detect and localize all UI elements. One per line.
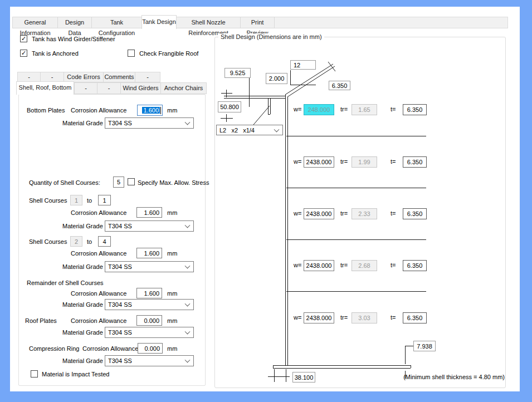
- remainder-ca-input[interactable]: 1.600: [136, 288, 162, 298]
- subtab-dash-3[interactable]: -: [135, 72, 160, 82]
- wind-girder-label: Tank has Wind Girder/Stiffener: [32, 36, 115, 43]
- range2-ca-unit: mm: [167, 250, 177, 257]
- course-2-width-input[interactable]: 2438.000: [304, 156, 334, 168]
- roof-ca-label: Corrosion Allowance: [71, 317, 126, 325]
- range2-label: Shell Courses: [29, 238, 67, 246]
- range2-mat-label: Material Grade: [62, 263, 103, 271]
- subtab-comments[interactable]: Comments: [103, 72, 135, 82]
- range2-material-select[interactable]: T304 SS: [105, 261, 194, 272]
- range1-ca-input[interactable]: 1.600: [136, 207, 162, 218]
- course-4-tr-field: 2.68: [352, 260, 377, 271]
- tab-print-preview[interactable]: Print Preview: [240, 17, 275, 28]
- range1-material-select[interactable]: T304 SS: [105, 220, 194, 232]
- top-angle-height-dim: 50.800: [218, 101, 241, 112]
- stress-checkbox[interactable]: [128, 178, 135, 185]
- tab-general-information[interactable]: General Information: [12, 17, 58, 28]
- tab-tank-configuration[interactable]: Tank Configuration: [91, 17, 142, 28]
- compression-ring-ca-label: Corrosion Allowance: [82, 345, 138, 352]
- course-2-tr-field: 1.99: [352, 156, 377, 168]
- t-label: t=: [391, 314, 396, 321]
- angle-size-value: L2 x2 x1/4: [219, 127, 255, 134]
- t-label: t=: [391, 210, 396, 217]
- subtab-wind-girders[interactable]: Wind Girders: [120, 82, 161, 94]
- range1-to-input[interactable]: 1: [98, 195, 111, 205]
- tr-label: tr=: [340, 210, 348, 217]
- chevron-down-icon: [274, 126, 280, 132]
- selected-text: 1.600: [142, 107, 160, 114]
- bottom-projection-dim: 38.100: [292, 372, 315, 383]
- range1-ca-unit: mm: [167, 209, 177, 217]
- chevron-down-icon: [185, 120, 191, 125]
- anchored-label: Tank is Anchored: [32, 50, 79, 57]
- course-5-width-input[interactable]: 2438.000: [304, 312, 334, 323]
- quantity-input[interactable]: 5: [113, 177, 124, 188]
- range1-mat-label: Material Grade: [62, 223, 103, 230]
- course-3-width-input[interactable]: 2438.000: [304, 208, 334, 219]
- range2-ca-input[interactable]: 1.600: [136, 248, 162, 258]
- course-3-tr-field: 2.33: [352, 208, 377, 219]
- minimum-thickness-note: (Minimum shell thickness = 4.80 mm): [399, 374, 505, 381]
- bottom-plates-ca-label: Corrosion Allowance: [71, 107, 126, 114]
- range2-to-input[interactable]: 4: [98, 236, 111, 247]
- w-label: w=: [294, 210, 301, 217]
- course-4-width-input[interactable]: 2438.000: [304, 260, 334, 271]
- slope-rise-dim: 2.000: [266, 73, 287, 84]
- compression-ring-ca-input[interactable]: 0.000: [138, 343, 163, 354]
- frangible-roof-checkbox[interactable]: [128, 50, 135, 57]
- tab-tank-design[interactable]: Tank Design: [141, 15, 177, 29]
- slope-run-dim: 12: [290, 60, 316, 70]
- wind-girder-checkbox[interactable]: ✓: [20, 35, 27, 42]
- remainder-label: Remainder of Shell Courses: [27, 280, 104, 287]
- course-3-thickness-input[interactable]: 6.350: [403, 208, 427, 219]
- remainder-ca-unit: mm: [167, 290, 177, 297]
- remainder-ca-label: Corrosion Allowance: [71, 290, 126, 297]
- material-value: T304 SS: [108, 329, 132, 336]
- t-label: t=: [391, 106, 396, 113]
- material-value: T304 SS: [108, 357, 132, 364]
- anchored-checkbox[interactable]: ✓: [20, 50, 27, 57]
- roof-ca-input[interactable]: 0.000: [136, 315, 162, 326]
- tab-design-data[interactable]: Design Data: [57, 17, 92, 28]
- subtab-shell-roof-bottom[interactable]: Shell, Roof, Bottom: [16, 81, 74, 95]
- bottom-plates-ca-unit: mm: [167, 107, 177, 114]
- course-1-thickness-input[interactable]: 6.350: [403, 104, 427, 115]
- subtab-dash-4[interactable]: -: [74, 82, 97, 94]
- tab-shell-nozzle-reinforcement[interactable]: Shell Nozzle Reinforcement: [176, 17, 241, 28]
- stress-label: Specify Max. Allow. Stress: [138, 179, 209, 187]
- material-value: T304 SS: [108, 223, 132, 229]
- bottom-plates-material-select[interactable]: T304 SS: [105, 117, 194, 129]
- course-2-thickness-input[interactable]: 6.350: [403, 156, 427, 168]
- roof-thickness-dim: 6.350: [329, 81, 350, 90]
- compression-ring-ca-unit: mm: [167, 345, 177, 352]
- impact-tested-label: Material is Impact Tested: [42, 371, 109, 378]
- range1-label: Shell Courses: [29, 197, 67, 204]
- roof-plate-thickness-dim: 9.525: [224, 68, 251, 78]
- subtab-dash-5[interactable]: -: [97, 82, 121, 94]
- bottom-plates-ca-input[interactable]: 1.600: [137, 105, 163, 116]
- course-1-width-input[interactable]: 248.000: [304, 104, 334, 115]
- course-5-thickness-input[interactable]: 6.350: [403, 312, 427, 323]
- w-label: w=: [294, 106, 301, 113]
- top-angle-size-select[interactable]: L2 x2 x1/4: [216, 125, 283, 135]
- t-label: t=: [391, 262, 396, 269]
- remainder-material-select[interactable]: T304 SS: [105, 299, 194, 310]
- range2-ca-label: Corrosion Allowance: [71, 250, 126, 257]
- compression-ring-material-select[interactable]: T304 SS: [105, 355, 194, 366]
- material-value: T304 SS: [108, 120, 132, 126]
- chevron-down-icon: [185, 263, 191, 269]
- course-4-thickness-input[interactable]: 6.350: [403, 260, 427, 271]
- text-caret: [160, 107, 161, 114]
- tr-label: tr=: [340, 106, 348, 113]
- screen: General Information Design Data Tank Con…: [0, 0, 532, 402]
- subtab-anchor-chairs[interactable]: Anchor Chairs: [160, 82, 207, 94]
- remainder-mat-label: Material Grade: [62, 301, 103, 308]
- roof-material-select[interactable]: T304 SS: [105, 327, 194, 338]
- w-label: w=: [294, 314, 301, 321]
- impact-tested-checkbox[interactable]: [31, 370, 38, 378]
- chevron-down-icon: [185, 223, 191, 228]
- tr-label: tr=: [340, 158, 348, 165]
- range1-ca-label: Corrosion Allowance: [71, 209, 126, 217]
- bottom-plates-mat-label: Material Grade: [62, 120, 103, 127]
- compression-ring-mat-label: Material Grade: [62, 357, 103, 365]
- roof-label: Roof Plates: [25, 317, 57, 325]
